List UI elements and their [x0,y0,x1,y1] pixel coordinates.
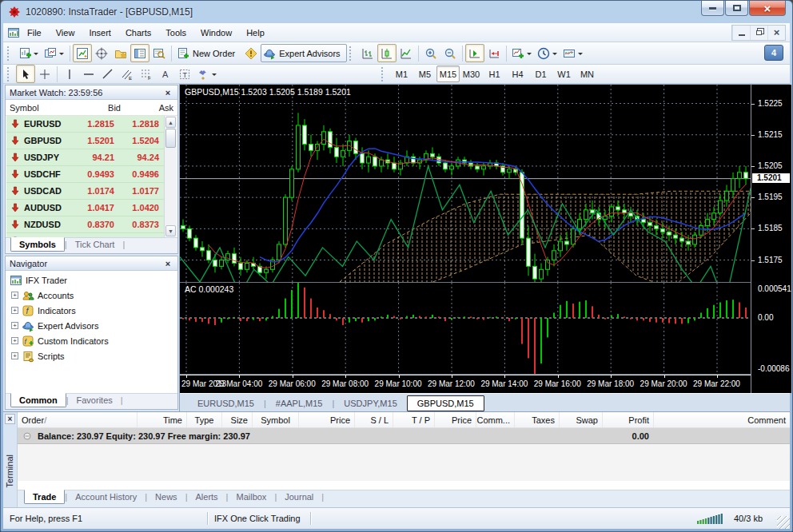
new-chart-button-dropdown-icon[interactable] [34,53,38,58]
chart-region[interactable]: GBPUSD,M15 1.5203 1.5205 1.5189 1.5201 A… [179,84,790,411]
menu-item-view[interactable]: View [49,25,82,41]
favorites-button[interactable] [111,44,130,62]
comment-badge[interactable]: 4 [764,45,783,61]
menu-item-window[interactable]: Window [193,25,239,41]
terminal-column-order[interactable]: Order / [18,412,137,427]
terminal-close-icon[interactable] [5,414,15,424]
scroll-thumb[interactable] [165,129,176,148]
terminal-column-comment-2[interactable]: Comment [654,412,790,427]
ac-indicator-chart[interactable] [180,283,751,374]
periods-button[interactable] [535,44,560,62]
period-button-m1[interactable]: M1 [390,66,413,82]
templates-button[interactable] [560,44,586,62]
symbol-row-nzdusd[interactable]: NZDUSD0.83700.8373 [6,216,164,233]
terminal-tab-account-history[interactable]: Account History [67,490,145,503]
auto-scroll-button[interactable] [465,44,484,62]
resize-grip[interactable] [777,516,790,529]
alerts-button[interactable] [241,44,261,62]
market-watch-toggle-button[interactable] [130,44,149,62]
expand-icon[interactable]: + [11,292,18,299]
menu-item-file[interactable]: File [20,25,49,41]
line-chart-button[interactable] [396,44,416,62]
templates-button-dropdown-icon[interactable] [578,53,583,58]
period-button-w1[interactable]: W1 [552,66,576,82]
symbol-row-usdjpy[interactable]: USDJPY94.2194.24 [6,149,164,166]
chart-window-icon[interactable] [7,26,20,39]
navigator-close-icon[interactable] [162,259,173,268]
terminal-column-time[interactable]: Time [137,412,187,427]
terminal-column-taxes-2[interactable]: Taxes [515,412,560,427]
column-ask[interactable]: Ask [125,103,177,113]
symbol-row-audusd[interactable]: AUDUSD1.04171.0420 [6,200,164,216]
chart-tab-aapl-m15[interactable]: #AAPL,M15 [266,396,333,411]
terminal-column-t-p[interactable]: T / P [393,412,435,427]
navigator-root[interactable]: IFX Trader [6,272,177,288]
menu-item-charts[interactable]: Charts [118,25,158,41]
period-button-d1[interactable]: D1 [529,66,552,82]
terminal-column-price[interactable]: Price [299,412,355,427]
terminal-tab-mailbox[interactable]: Mailbox [228,490,274,503]
column-bid[interactable]: Bid [80,103,125,113]
maximize-button[interactable] [725,1,748,16]
channel-tool-button[interactable]: E [118,65,137,83]
horizontal-line-tool-button[interactable] [79,65,98,83]
market-watch-scrollbar[interactable] [164,116,177,237]
symbol-row-gbpusd[interactable]: GBPUSD1.52011.5204 [6,133,164,149]
menu-item-tools[interactable]: Tools [158,25,193,41]
chart-shift-button[interactable] [484,44,504,62]
column-symbol[interactable]: Symbol [6,103,80,113]
navigator-titlebar[interactable]: Navigator [6,256,177,271]
mdi-restore-button[interactable] [750,26,767,40]
pane-separator[interactable] [180,282,790,283]
trendline-tool-button[interactable] [98,65,118,83]
terminal-column-size[interactable]: Size [222,412,253,427]
scroll-up-icon[interactable] [165,117,176,128]
navigator-tab-favorites[interactable]: Favorites [69,394,121,407]
period-button-h4[interactable]: H4 [506,66,529,82]
balance-row[interactable]: Balance: 230.97 Equity: 230.97 Free marg… [18,428,790,444]
chart-tab-gbpusd-m15[interactable]: GBPUSD,M15 [407,395,484,411]
navigator-item-scripts[interactable]: +Scripts [6,348,177,363]
terminal-column-symbol[interactable]: Symbol [253,412,299,427]
profiles-button[interactable] [42,44,67,62]
expand-icon[interactable]: + [11,322,18,329]
period-button-m15[interactable]: M15 [436,66,460,82]
title-bar[interactable]: 1020890: InstaTrader - [GBPUSD,M15] [1,1,792,23]
navigator-item-expert-advisors[interactable]: +Expert Advisors [6,318,177,333]
terminal-column-swap-2[interactable]: Swap [560,412,603,427]
mdi-minimize-button[interactable] [732,26,750,40]
market-watch-tab-tick-chart[interactable]: Tick Chart [67,238,123,251]
cursor-tool-button[interactable] [16,65,35,83]
navigator-tab-common[interactable]: Common [10,393,66,407]
text-tool-button[interactable]: A [156,65,175,83]
terminal-tab-trade[interactable]: Trade [24,490,65,504]
close-button[interactable] [749,1,786,16]
navigator-item-custom-indicators[interactable]: +fCustom Indicators [6,333,177,348]
connection-bars-icon[interactable] [697,513,726,524]
tick-chart-button[interactable] [73,44,92,62]
zoom-out-button[interactable] [440,44,460,62]
candlestick-chart-button[interactable] [377,44,396,62]
price-chart[interactable] [180,85,751,282]
periods-button-dropdown-icon[interactable] [552,53,557,58]
period-button-mn[interactable]: MN [576,66,599,82]
crosshair-button[interactable] [92,44,111,62]
text-label-tool-button[interactable]: T [175,65,194,83]
market-watch-titlebar[interactable]: Market Watch: 23:59:56 [6,85,177,100]
terminal-column-s-l[interactable]: S / L [355,412,393,427]
market-watch-tab-symbols[interactable]: Symbols [10,237,65,252]
terminal-column-price-2[interactable]: Price [435,412,476,427]
indicators-button-dropdown-icon[interactable] [527,53,532,58]
vertical-line-tool-button[interactable] [60,65,79,83]
zoom-in-button[interactable] [421,44,440,62]
terminal-tab-journal[interactable]: Journal [277,490,321,503]
mdi-close-button[interactable] [767,26,785,40]
terminal-column-profit-2[interactable]: Profit [603,412,654,427]
menu-item-help[interactable]: Help [239,25,272,41]
navigator-item-indicators[interactable]: +fIndicators [6,303,177,318]
chart-tab-eurusd-m15[interactable]: EURUSD,M15 [188,396,264,411]
terminal-column-comm-2[interactable]: Comm... [476,412,515,427]
bar-chart-button[interactable] [358,44,377,62]
expand-icon[interactable]: + [11,307,18,314]
symbol-row-usdcad[interactable]: USDCAD1.01741.0177 [6,183,164,200]
